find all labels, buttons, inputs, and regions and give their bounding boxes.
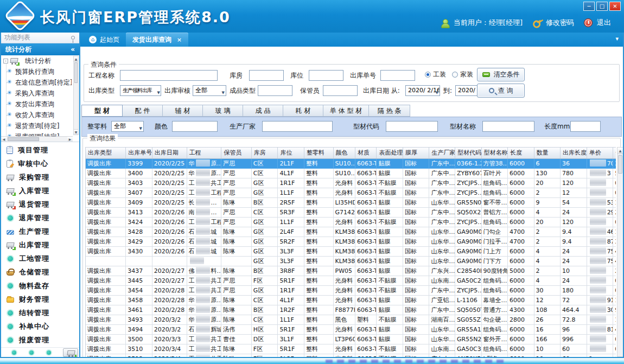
grid-cell[interactable]: 佛料… [187,266,221,276]
grid-cell[interactable]: 不贴膜 [377,217,403,227]
sidebar-module-item[interactable]: 退库管理 [1,211,79,225]
grid-row[interactable]: 调拨出库34932020/3/2华原…陈琳C区1L1F整料黑色塑料不贴膜国标湖南… [86,315,616,324]
grid-cell[interactable]: 3454 [126,285,152,295]
grid-cell[interactable]: 整料 [304,168,333,178]
grid-cell[interactable]: 6000 [508,334,534,344]
grid-cell[interactable]: 6000 [508,256,534,266]
grid-cell[interactable]: 贴膜 [377,168,403,178]
material-tab[interactable]: 辅 材 [163,105,203,117]
tree-item[interactable]: 发货出库查询 [1,99,72,110]
grid-cell[interactable]: 陈琳 [221,305,252,315]
grid-cell[interactable]: 123 [613,295,616,305]
grid-cell[interactable]: ZYCJP5… [455,188,481,197]
grid-cell[interactable]: 60 [561,344,587,354]
grid-cell[interactable]: 山东华… [429,227,455,237]
grid-cell[interactable]: 20 [534,217,561,227]
grid-cell[interactable]: 整料 [304,295,333,305]
grid-cell[interactable]: 调拨出库 [86,266,126,276]
grid-cell[interactable]: 2020/3/3 [152,334,187,344]
grid-cell[interactable]: 窗不带… [481,197,508,207]
grid-cell[interactable]: 780 [561,168,587,178]
grid-cell[interactable]: 24 [561,276,587,285]
grid-cell[interactable]: 4 [534,207,561,217]
warehouse-input[interactable] [249,70,284,81]
grid-column-header[interactable]: 型材名称 [481,148,508,158]
grid-cell[interactable]: 9.4 [561,237,587,246]
grid-cell[interactable]: 组角码… [481,285,508,295]
grid-cell[interactable]: 2020/2/26 [152,207,187,217]
grid-cell[interactable]: 调拨出库 [86,197,126,207]
grid-cell[interactable]: 3R8F [278,266,304,276]
grid-cell[interactable]: 9.4 [561,227,587,237]
grid-cell[interactable]: 6000 [508,276,534,285]
grid-cell[interactable]: 0 [613,217,616,227]
grid-cell[interactable]: 2020/2/27 [152,266,187,276]
grid-cell[interactable]: L-1106 [455,295,481,305]
grid-cell[interactable]: 2020/2/26 [152,237,187,246]
grid-column-header[interactable]: 生产厂家 [429,148,455,158]
grid-cell[interactable]: 陈琳 [221,246,252,256]
grid-cell[interactable]: 国标 [403,178,429,188]
grid-row[interactable]: 调拨出库34032020/2/25工共工程严思G区1R1F整料光身料6063-T… [86,178,616,188]
sidebar-module-item[interactable]: 审核中心 [1,157,79,170]
grid-cell[interactable]: 2020/2/26 [152,217,187,227]
grid-cell[interactable]: 贴膜 [377,295,403,305]
grid-cell[interactable]: 996 [561,334,587,344]
material-tab[interactable]: 成 品 [243,105,283,117]
grid-row[interactable]: 调拨出库34002020/2/25华原…严思C区4L1F整料SU10…6063-… [86,168,616,178]
product-type-input[interactable] [258,85,292,96]
grid-cell[interactable]: 996 [613,305,616,315]
scrollbar-thumb[interactable] [8,137,39,141]
grid-column-header[interactable]: 出库日期 [152,148,187,158]
grid-cell[interactable]: 5000 [508,266,534,276]
grid-column-header[interactable]: 膜厚 [403,148,429,158]
grid-cell[interactable]: 3461 [126,305,152,315]
grid-cell[interactable]: 2020/2/28 [152,295,187,305]
grid-cell[interactable]: 山东南… [429,344,455,354]
grid-cell[interactable]: 3494 [126,324,152,334]
grid-cell[interactable]: 6000 [508,344,534,354]
grid-cell[interactable]: 百叶片 [481,168,508,178]
grid-cell[interactable]: SU10… [333,168,355,178]
sidebar-module-item[interactable]: 出库管理 [1,238,79,252]
tab-shipment-outbound-query[interactable]: 发货出库查询 × [126,33,188,47]
grid-row[interactable]: 调拨出库34612020/2/28华原…陈琳B区1R2F整料F8877FT606… [86,305,616,315]
grid-cell[interactable]: 6000 [508,246,534,256]
grid-cell[interactable]: 6063-T5 [355,295,376,305]
sidebar-module-item[interactable]: 生产管理 [1,225,79,238]
grid-cell[interactable]: 石城 [187,246,221,256]
sidebar-module-item[interactable]: 物料盘存 [1,279,79,292]
grid-column-header[interactable]: 金额 [613,148,616,158]
grid-cell[interactable]: 塑料 [355,315,376,324]
grid-cell[interactable]: 光身料 [333,178,355,188]
grid-cell[interactable]: 工共工程 [187,178,221,188]
grid-cell[interactable]: 整料 [304,246,333,256]
grid-cell[interactable]: 国标 [403,266,429,276]
grid-cell[interactable] [587,178,613,188]
grid-row[interactable]: 调拨出库34582020/2/28华原…陈琳C区4L1F整料光身料6063-T5… [86,295,616,305]
grid-cell[interactable]: 整料 [304,266,333,276]
tree-item[interactable]: 采购入库查询 [1,88,72,99]
grid-cell[interactable]: 3424 [126,217,152,227]
grid-row[interactable]: G区3L3F整料KLM38176063-T5贴膜国标山东华…GA90M09…门下… [86,256,616,266]
grid-cell[interactable]: 0 [613,276,616,285]
maximize-button[interactable]: □ [596,2,608,11]
grid-cell[interactable]: 严思 [221,207,252,217]
grid-cell[interactable]: 2 [534,188,561,197]
grid-cell[interactable]: 216 [613,266,616,276]
grid-cell[interactable]: 调拨出库 [86,227,126,237]
grid-cell[interactable]: 严思 [221,217,252,227]
grid-cell[interactable]: 3400 [126,168,152,178]
grid-cell[interactable]: 组角码… [481,324,508,334]
grid-cell[interactable]: 国标 [403,246,429,256]
grid-cell[interactable]: 6063-T5 [355,197,376,207]
grid-cell[interactable]: 广东中… [429,305,455,315]
grid-cell[interactable]: 6000 [508,158,534,168]
grid-cell[interactable]: 3500 [126,334,152,344]
grid-cell[interactable]: 国标 [403,197,429,207]
grid-cell[interactable]: 3510 [126,344,152,354]
grid-cell[interactable]: 光身料 [333,217,355,227]
grid-cell[interactable]: 6063-T5 [355,178,376,188]
grid-cell[interactable]: 整料 [304,207,333,217]
grid-cell[interactable]: H区 [251,324,278,334]
